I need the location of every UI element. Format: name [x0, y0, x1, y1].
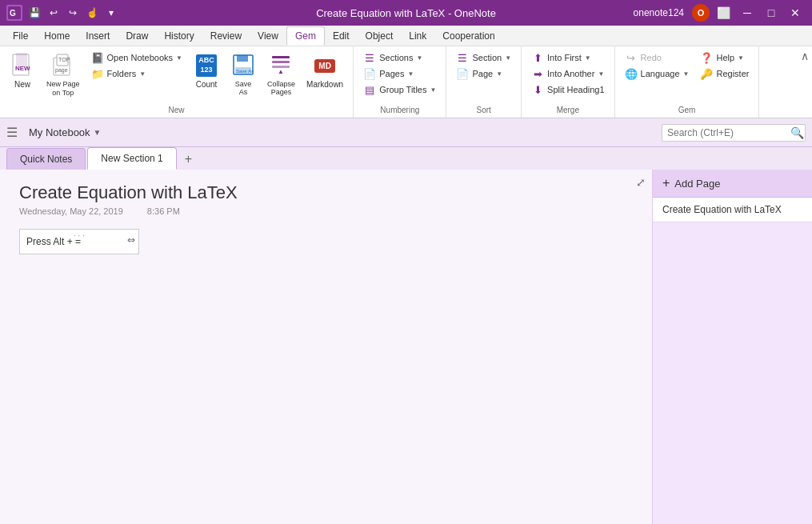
- sections-btn[interactable]: ☰ Sections ▼: [358, 50, 441, 66]
- sections-dropdown-icon: ▼: [416, 54, 422, 62]
- new-icon: NEW: [10, 53, 35, 78]
- split-heading-btn[interactable]: ⬇ Split Heading1: [526, 82, 610, 98]
- tab-quick-notes[interactable]: Quick Notes: [6, 148, 86, 170]
- note-expand-icon[interactable]: ⇔: [127, 234, 135, 246]
- touch-btn[interactable]: ☝: [83, 4, 101, 22]
- sort-group-label: Sort: [477, 106, 491, 114]
- group-titles-label: Group Titles: [379, 85, 426, 94]
- register-icon: 🔑: [700, 67, 713, 80]
- section-sort-dropdown-icon: ▼: [505, 54, 511, 62]
- add-page-btn[interactable]: + Add Page: [653, 170, 812, 198]
- ribbon-group-sort: ☰ Section ▼ 📄 Page ▼ Sort: [446, 46, 522, 118]
- notebooks-folders-stack: 📓 Open Notebooks ▼ 📁 Folders ▼: [86, 50, 187, 82]
- into-first-btn[interactable]: ⬆ Into First ▼: [526, 50, 610, 66]
- add-section-btn[interactable]: +: [178, 149, 198, 170]
- menu-view[interactable]: View: [250, 27, 286, 45]
- title-bar: G 💾 ↩ ↪ ☝ ▾ Create Equation with LaTeX -…: [0, 0, 812, 26]
- section-sort-btn[interactable]: ☰ Section ▼: [451, 50, 516, 66]
- menu-review[interactable]: Review: [202, 27, 250, 45]
- svg-rect-10: [237, 55, 248, 62]
- menu-file[interactable]: File: [5, 27, 36, 45]
- save-as-btn[interactable]: Save As SaveAs: [226, 50, 261, 99]
- notebooks-icon: 📓: [91, 51, 104, 64]
- minimize-btn[interactable]: ─: [737, 5, 758, 21]
- svg-rect-14: [272, 61, 290, 63]
- split-heading-label: Split Heading1: [547, 85, 605, 94]
- group-titles-icon: ▤: [363, 83, 376, 96]
- search-box: 🔍: [662, 124, 806, 142]
- register-label: Register: [716, 69, 749, 78]
- page-title: Create Equation with LaTeX: [19, 182, 633, 203]
- menu-cooperation[interactable]: Cooperation: [434, 27, 502, 45]
- svg-text:▲: ▲: [278, 68, 284, 75]
- page-list-area: [653, 222, 812, 524]
- pages-btn[interactable]: 📄 Pages ▼: [358, 66, 441, 82]
- sort-stack: ☰ Section ▼ 📄 Page ▼: [451, 50, 516, 82]
- numbering-group-label: Numbering: [380, 106, 419, 114]
- quick-access-toolbar: 💾 ↩ ↪ ☝ ▾: [26, 4, 120, 22]
- content-note[interactable]: · · · ⇔ Press Alt + =: [19, 229, 139, 254]
- language-icon: 🌐: [625, 67, 638, 80]
- new-page-on-top-btn[interactable]: TOP page New Pageon Top: [42, 50, 85, 101]
- gem-group-label: Gem: [678, 106, 696, 114]
- gem-stack-left: ↪ Redo 🌐 Language ▼: [620, 50, 694, 82]
- numbering-group-content: ☰ Sections ▼ 📄 Pages ▼ ▤ Group Titles ▼: [358, 50, 441, 104]
- gem-stack-right: ❓ Help ▼ 🔑 Register: [695, 50, 754, 82]
- new-btn[interactable]: NEW Redo New: [5, 50, 40, 92]
- folders-dropdown-icon: ▼: [139, 70, 146, 78]
- app-icon: G: [6, 5, 22, 21]
- ribbon-display-btn[interactable]: ⬜: [713, 5, 734, 21]
- language-btn[interactable]: 🌐 Language ▼: [620, 66, 694, 82]
- notebook-chevron-icon: ▼: [94, 128, 102, 137]
- svg-text:page: page: [55, 67, 68, 74]
- undo-btn[interactable]: ↩: [45, 4, 62, 22]
- menu-edit[interactable]: Edit: [325, 27, 358, 45]
- help-btn[interactable]: ❓ Help ▼: [695, 50, 754, 66]
- markdown-btn[interactable]: MD Markdown: [302, 50, 348, 92]
- open-notebooks-btn[interactable]: 📓 Open Notebooks ▼: [86, 50, 187, 66]
- pages-label: Pages: [379, 69, 404, 78]
- menu-gem[interactable]: Gem: [286, 26, 325, 46]
- maximize-btn[interactable]: □: [761, 5, 782, 21]
- page-list-item-0[interactable]: Create Equation with LaTeX: [653, 198, 812, 222]
- into-first-label: Into First: [547, 53, 582, 62]
- page-area: Create Equation with LaTeX Wednesday, Ma…: [0, 170, 652, 524]
- group-titles-btn[interactable]: ▤ Group Titles ▼: [358, 82, 441, 98]
- menu-object[interactable]: Object: [358, 27, 402, 45]
- more-qat-btn[interactable]: ▾: [102, 4, 120, 22]
- into-another-dropdown-icon: ▼: [598, 70, 604, 78]
- collapse-pages-label: CollapsePages: [267, 80, 295, 96]
- abc-count-btn[interactable]: ABC123 Count: [189, 50, 224, 92]
- tab-new-section-1[interactable]: New Section 1: [87, 147, 176, 170]
- menu-home[interactable]: Home: [36, 27, 78, 45]
- notebook-selector[interactable]: My Notebook ▼: [22, 123, 108, 142]
- page-sort-label: Page: [472, 69, 493, 78]
- page-expand-btn[interactable]: ⤢: [636, 176, 646, 189]
- menu-history[interactable]: History: [156, 27, 202, 45]
- notebook-expand-icon[interactable]: ☰: [6, 125, 18, 140]
- user-avatar[interactable]: O: [692, 4, 710, 22]
- search-input[interactable]: [667, 127, 787, 138]
- redo-btn-gem[interactable]: ↪ Redo: [620, 50, 694, 66]
- menu-insert[interactable]: Insert: [78, 27, 118, 45]
- pages-icon: 📄: [363, 67, 376, 80]
- page-sort-btn[interactable]: 📄 Page ▼: [451, 66, 516, 82]
- folders-btn[interactable]: 📁 Folders ▼: [86, 66, 187, 82]
- into-another-btn[interactable]: ➡ Into Another ▼: [526, 66, 610, 82]
- merge-stack: ⬆ Into First ▼ ➡ Into Another ▼ ⬇ Split …: [526, 50, 610, 98]
- menu-link[interactable]: Link: [401, 27, 434, 45]
- search-icon[interactable]: 🔍: [790, 126, 804, 139]
- register-btn[interactable]: 🔑 Register: [695, 66, 754, 82]
- sections-icon: ☰: [363, 51, 376, 64]
- close-btn[interactable]: ✕: [785, 5, 806, 21]
- redo-btn[interactable]: ↪: [64, 4, 82, 22]
- right-panel: + Add Page Create Equation with LaTeX: [652, 170, 812, 524]
- menu-draw[interactable]: Draw: [118, 27, 156, 45]
- save-qat-btn[interactable]: 💾: [26, 4, 43, 22]
- into-another-icon: ➡: [531, 67, 544, 80]
- ribbon-collapse-btn[interactable]: ∧: [801, 50, 809, 62]
- save-as-icon: Save As: [230, 53, 256, 78]
- gem-group-content: ↪ Redo 🌐 Language ▼ ❓ Help ▼ 🔑 Register: [620, 50, 754, 104]
- window-controls: onenote124 O ⬜ ─ □ ✕: [634, 4, 806, 22]
- collapse-pages-btn[interactable]: ▲ CollapsePages: [262, 50, 300, 99]
